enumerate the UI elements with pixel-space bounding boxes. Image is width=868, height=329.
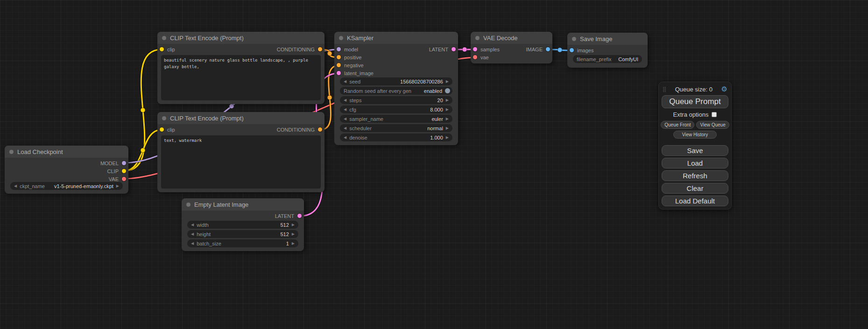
node-titlebar[interactable]: CLIP Text Encode (Prompt) bbox=[157, 32, 325, 44]
node-titlebar[interactable]: Save Image bbox=[567, 33, 648, 45]
input-dot-clip[interactable] bbox=[160, 127, 164, 132]
increment-arrow-icon[interactable]: ▶ bbox=[116, 184, 119, 188]
input-slot-model[interactable]: model bbox=[337, 45, 358, 53]
node-titlebar[interactable]: KSampler bbox=[334, 32, 458, 44]
input-slot-clip[interactable]: clip bbox=[160, 126, 175, 133]
increment-arrow-icon[interactable]: ▶ bbox=[292, 223, 295, 227]
collapse-dot[interactable] bbox=[162, 116, 166, 120]
cfg-widget[interactable]: ◀ cfg 8.000 ▶ bbox=[340, 105, 452, 113]
increment-arrow-icon[interactable]: ▶ bbox=[446, 117, 449, 121]
node-canvas[interactable]: Load Checkpoint MODEL CLIP VAE ◀ ckpt_na… bbox=[0, 0, 868, 329]
increment-arrow-icon[interactable]: ▶ bbox=[446, 135, 449, 140]
height-widget[interactable]: ◀ height 512 ▶ bbox=[187, 230, 298, 238]
output-slot-conditioning[interactable]: CONDITIONING bbox=[277, 126, 322, 133]
settings-gear-icon[interactable]: ⚙ bbox=[721, 85, 727, 93]
clear-button[interactable]: Clear bbox=[662, 183, 728, 194]
output-slot-model[interactable]: MODEL bbox=[100, 159, 126, 167]
node-titlebar[interactable]: CLIP Text Encode (Prompt) bbox=[157, 112, 325, 124]
input-slot-latent-image[interactable]: latent_image bbox=[337, 69, 374, 77]
toggle-knob[interactable] bbox=[445, 88, 450, 93]
input-slot-positive[interactable]: positive bbox=[337, 53, 361, 61]
decrement-arrow-icon[interactable]: ◀ bbox=[191, 223, 194, 227]
input-slot-clip[interactable]: clip bbox=[160, 45, 175, 53]
queue-prompt-button[interactable]: Queue Prompt bbox=[662, 95, 728, 108]
output-dot-image[interactable] bbox=[546, 47, 550, 51]
output-slot-image[interactable]: IMAGE bbox=[526, 45, 550, 53]
output-slot-conditioning[interactable]: CONDITIONING bbox=[277, 45, 322, 53]
input-dot-positive[interactable] bbox=[337, 55, 341, 59]
extra-options-checkbox[interactable] bbox=[712, 112, 717, 117]
increment-arrow-icon[interactable]: ▶ bbox=[292, 232, 295, 236]
seed-control-widget[interactable]: Random seed after every gen enabled bbox=[340, 87, 452, 95]
decrement-arrow-icon[interactable]: ◀ bbox=[344, 117, 346, 121]
decrement-arrow-icon[interactable]: ◀ bbox=[191, 241, 194, 245]
collapse-dot[interactable] bbox=[339, 36, 343, 40]
input-slot-samples[interactable]: samples bbox=[473, 45, 500, 53]
collapse-dot[interactable] bbox=[186, 203, 191, 207]
view-history-button[interactable]: View History bbox=[673, 131, 717, 139]
increment-arrow-icon[interactable]: ▶ bbox=[446, 79, 449, 84]
output-dot-conditioning[interactable] bbox=[318, 47, 322, 51]
input-dot-negative[interactable] bbox=[337, 63, 341, 67]
collapse-dot[interactable] bbox=[162, 36, 166, 40]
load-default-button[interactable]: Load Default bbox=[662, 196, 728, 206]
view-queue-button[interactable]: View Queue bbox=[696, 121, 729, 129]
decrement-arrow-icon[interactable]: ◀ bbox=[344, 135, 346, 140]
node-clip-text-encode-positive[interactable]: CLIP Text Encode (Prompt) clip CONDITION… bbox=[157, 32, 325, 104]
collapse-dot[interactable] bbox=[9, 150, 14, 154]
decrement-arrow-icon[interactable]: ◀ bbox=[344, 107, 346, 112]
queue-front-button[interactable]: Queue Front bbox=[661, 121, 694, 129]
sampler-name-widget[interactable]: ◀ sampler_name euler ▶ bbox=[340, 115, 452, 123]
batch-size-widget[interactable]: ◀ batch_size 1 ▶ bbox=[187, 239, 298, 247]
output-dot-model[interactable] bbox=[122, 161, 126, 165]
steps-widget[interactable]: ◀ steps 20 ▶ bbox=[340, 96, 452, 104]
node-clip-text-encode-negative[interactable]: CLIP Text Encode (Prompt) clip CONDITION… bbox=[157, 112, 325, 192]
output-slot-latent[interactable]: LATENT bbox=[275, 212, 302, 220]
node-titlebar[interactable]: VAE Decode bbox=[471, 32, 552, 44]
node-titlebar[interactable]: Load Checkpoint bbox=[5, 146, 128, 158]
node-load-checkpoint[interactable]: Load Checkpoint MODEL CLIP VAE ◀ ckpt_na… bbox=[5, 146, 128, 194]
denoise-widget[interactable]: ◀ denoise 1.000 ▶ bbox=[340, 133, 452, 141]
prompt-textarea[interactable]: beautiful scenery nature glass bottle la… bbox=[161, 55, 321, 100]
collapse-dot[interactable] bbox=[475, 36, 480, 40]
load-button[interactable]: Load bbox=[662, 158, 728, 168]
output-dot-clip[interactable] bbox=[122, 169, 126, 173]
width-widget[interactable]: ◀ width 512 ▶ bbox=[187, 221, 298, 229]
refresh-button[interactable]: Refresh bbox=[662, 170, 728, 181]
input-dot-clip[interactable] bbox=[160, 47, 164, 51]
input-dot-latent-image[interactable] bbox=[337, 71, 341, 75]
collapse-dot[interactable] bbox=[572, 37, 576, 41]
node-save-image[interactable]: Save Image images filename_prefix ComfyU… bbox=[567, 33, 648, 68]
decrement-arrow-icon[interactable]: ◀ bbox=[344, 79, 346, 84]
node-ksampler[interactable]: KSampler model positive negative latent_… bbox=[334, 32, 458, 145]
node-empty-latent-image[interactable]: Empty Latent Image LATENT ◀ width 512 ▶ … bbox=[182, 198, 304, 251]
decrement-arrow-icon[interactable]: ◀ bbox=[14, 184, 17, 188]
output-dot-latent[interactable] bbox=[452, 47, 456, 51]
increment-arrow-icon[interactable]: ▶ bbox=[446, 126, 449, 130]
prompt-textarea[interactable]: text, watermark bbox=[161, 135, 321, 189]
decrement-arrow-icon[interactable]: ◀ bbox=[344, 126, 346, 130]
queue-panel-header[interactable]: ⣿ Queue size: 0 ⚙ bbox=[662, 85, 728, 93]
input-slot-negative[interactable]: negative bbox=[337, 61, 364, 69]
output-dot-latent[interactable] bbox=[297, 214, 302, 218]
increment-arrow-icon[interactable]: ▶ bbox=[292, 241, 295, 245]
scheduler-widget[interactable]: ◀ scheduler normal ▶ bbox=[340, 124, 452, 132]
save-button[interactable]: Save bbox=[662, 145, 728, 156]
filename-prefix-widget[interactable]: filename_prefix ComfyUI bbox=[573, 55, 642, 63]
drag-handle-icon[interactable]: ⣿ bbox=[663, 86, 666, 92]
seed-widget[interactable]: ◀ seed 156680208700286 ▶ bbox=[340, 77, 452, 85]
output-slot-clip[interactable]: CLIP bbox=[107, 167, 126, 175]
input-dot-samples[interactable] bbox=[473, 47, 477, 51]
increment-arrow-icon[interactable]: ▶ bbox=[446, 107, 449, 112]
input-dot-vae[interactable] bbox=[473, 55, 477, 59]
input-slot-vae[interactable]: vae bbox=[473, 53, 489, 61]
output-dot-conditioning[interactable] bbox=[318, 127, 322, 132]
output-dot-vae[interactable] bbox=[122, 177, 126, 181]
node-vae-decode[interactable]: VAE Decode samples vae IMAGE bbox=[471, 32, 552, 63]
input-slot-images[interactable]: images bbox=[570, 46, 593, 54]
decrement-arrow-icon[interactable]: ◀ bbox=[191, 232, 194, 236]
output-slot-latent[interactable]: LATENT bbox=[429, 45, 456, 53]
decrement-arrow-icon[interactable]: ◀ bbox=[344, 98, 346, 102]
increment-arrow-icon[interactable]: ▶ bbox=[446, 98, 449, 102]
input-dot-model[interactable] bbox=[337, 47, 341, 51]
